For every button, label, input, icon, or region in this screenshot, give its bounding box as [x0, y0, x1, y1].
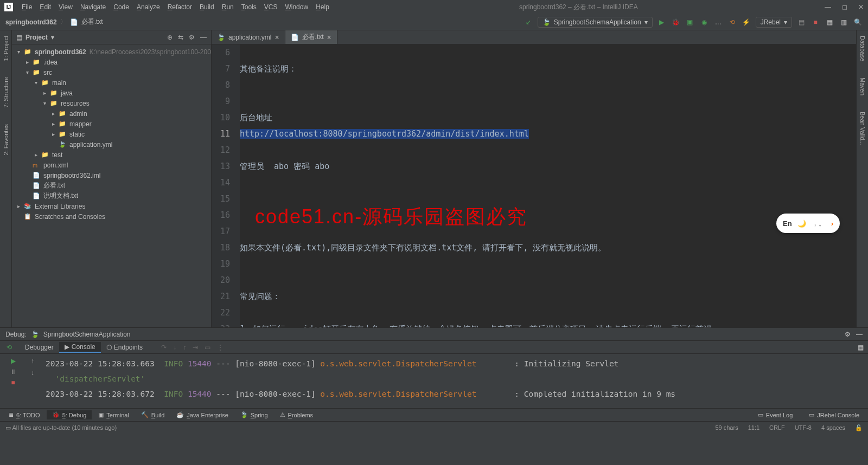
bottom-tab-java-enterprise[interactable]: ☕Java Enterprise	[171, 410, 233, 419]
status-indicator[interactable]: 11:1	[748, 424, 760, 431]
gear-icon[interactable]: ⚙	[189, 34, 195, 41]
tree-src[interactable]: ▾📁src	[14, 67, 211, 78]
run-icon[interactable]: ▶	[657, 17, 667, 27]
menu-tools[interactable]: Tools	[238, 2, 260, 12]
restart-icon[interactable]: ⟲	[727, 17, 737, 27]
menu-run[interactable]: Run	[219, 2, 237, 12]
menu-navigate[interactable]: Navigate	[77, 2, 109, 12]
bottom-tab-jrebel-console[interactable]: ▭JRebel Console	[803, 410, 865, 419]
editor-body[interactable]: 67891011121314151617181920212223 其他备注说明：…	[212, 44, 856, 327]
build-icon[interactable]: ↙	[524, 17, 533, 27]
left-tool-7-structure[interactable]: 7: Structure	[3, 77, 9, 108]
tree-scratches[interactable]: 📋Scratches and Consoles	[14, 211, 211, 222]
tree-main[interactable]: ▾📁main	[14, 78, 211, 88]
menu-build[interactable]: Build	[196, 2, 218, 12]
gear-icon[interactable]: ⚙	[845, 331, 851, 338]
chevron-down-icon[interactable]: ▾	[51, 34, 54, 41]
editor-tab--txt[interactable]: 📄必看.txt×	[285, 30, 337, 44]
step-out-icon[interactable]: ↑	[183, 344, 186, 351]
debug-tab-console[interactable]: ▶Console	[59, 342, 101, 353]
status-indicator[interactable]: UTF-8	[795, 424, 812, 431]
pause-icon[interactable]: ⏸	[10, 368, 16, 376]
bottom-tab-terminal[interactable]: ▣Terminal	[93, 410, 135, 419]
ime-lang[interactable]: En	[783, 219, 792, 228]
menu-file[interactable]: File	[18, 2, 35, 12]
menu-vcs[interactable]: VCS	[261, 2, 281, 12]
menu-code[interactable]: Code	[110, 2, 132, 12]
status-indicator[interactable]: 59 chars	[715, 424, 738, 431]
menu-window[interactable]: Window	[282, 2, 311, 12]
maximize-icon[interactable]: ◻	[842, 3, 847, 11]
tree-shuoming[interactable]: 📄说明文档.txt	[14, 191, 211, 201]
run-to-cursor-icon[interactable]: ⇥	[193, 344, 198, 351]
debug-config-name[interactable]: SpringbootSchemaApplication	[43, 331, 131, 338]
debug-tab-debugger[interactable]: Debugger	[20, 342, 59, 353]
bottom-tab-6-todo[interactable]: ≣6: TODO	[3, 410, 46, 419]
console-output[interactable]: 2023-08-22 15:28:03.663 INFO 15440 --- […	[39, 354, 868, 408]
step-into-icon[interactable]: ↓	[173, 344, 176, 351]
coverage-icon[interactable]: ▣	[685, 17, 695, 27]
rerun-icon[interactable]: ⟲	[4, 343, 14, 352]
minimize-icon[interactable]: —	[825, 3, 831, 11]
menu-help[interactable]: Help	[312, 2, 333, 12]
tree-pom[interactable]: mpom.xml	[14, 160, 211, 170]
breadcrumb-file[interactable]: 必看.txt	[81, 17, 103, 27]
menu-refactor[interactable]: Refactor	[164, 2, 195, 12]
tree-extlib[interactable]: ▸📚External Libraries	[14, 201, 211, 211]
bottom-tab-problems[interactable]: ⚠Problems	[275, 410, 318, 419]
tree-appyml[interactable]: 🍃application.yml	[14, 139, 211, 150]
right-tool-maven[interactable]: Maven	[859, 78, 866, 95]
tree-test[interactable]: ▸📁test	[14, 150, 211, 160]
right-tool-database[interactable]: Database	[859, 36, 866, 61]
tree-mapper[interactable]: ▸📁mapper	[14, 119, 211, 129]
run-config-dropdown[interactable]: 🍃 SpringbootSchemaApplication ▾	[538, 17, 653, 28]
breadcrumb-root[interactable]: springbootrd362	[5, 18, 57, 26]
layout-icon[interactable]: ▦	[858, 344, 864, 351]
bottom-tab-event-log[interactable]: ▭Event Log	[752, 410, 799, 419]
status-indicator[interactable]: 4 spaces	[821, 424, 845, 431]
resume-icon[interactable]: ▶	[11, 357, 16, 365]
tree-idea[interactable]: ▸📁.idea	[14, 57, 211, 67]
status-indicator[interactable]: CRLF	[769, 424, 785, 431]
bottom-tab-build[interactable]: 🔨Build	[136, 410, 170, 419]
moon-icon[interactable]: 🌙	[797, 219, 806, 228]
editor-tab-application-yml[interactable]: 🍃application.yml×	[212, 30, 285, 44]
down-arrow-icon[interactable]: ↓	[31, 369, 34, 377]
ime-floating-bar[interactable]: En 🌙 ，。 ›	[776, 214, 840, 233]
jrebel-run-icon[interactable]: ⚡	[742, 17, 751, 27]
tree-resources[interactable]: ▾📁resources	[14, 98, 211, 108]
jrebel-dropdown[interactable]: JRebel ▾	[756, 17, 792, 28]
stop-debug-icon[interactable]: ■	[11, 379, 15, 386]
tree-root[interactable]: ▾📁springbootrd362K:\needProccess\2023\sp…	[14, 47, 211, 57]
debug-icon[interactable]: 🐞	[671, 17, 681, 27]
evaluate-icon[interactable]: ▭	[205, 344, 210, 351]
tree-static[interactable]: ▸📁static	[14, 129, 211, 139]
right-tool-bean-valid-[interactable]: Bean Valid...	[859, 112, 866, 145]
bottom-tab-5-debug[interactable]: 🐞5: Debug	[47, 410, 92, 419]
up-arrow-icon[interactable]: ↑	[31, 357, 34, 365]
tab-close-icon[interactable]: ×	[327, 33, 331, 42]
tree-admin[interactable]: ▸📁admin	[14, 108, 211, 119]
tree-bikan[interactable]: 📄必看.txt	[14, 180, 211, 191]
project-header-label[interactable]: Project	[25, 34, 48, 41]
ime-punct[interactable]: ，。	[812, 218, 826, 228]
left-tool-1-project[interactable]: 1: Project	[3, 36, 9, 61]
project-tree[interactable]: ▾📁springbootrd362K:\needProccess\2023\sp…	[12, 44, 211, 327]
left-tool-2-favorites[interactable]: 2: Favorites	[3, 124, 9, 155]
editor-code[interactable]: 其他备注说明： 后台地址http://localhost:8080/spring…	[240, 44, 856, 327]
tab-close-icon[interactable]: ×	[275, 33, 279, 42]
menu-view[interactable]: View	[55, 2, 76, 12]
menu-edit[interactable]: Edit	[36, 2, 54, 12]
debug-tab-endpoints[interactable]: ⬡Endpoints	[101, 342, 148, 353]
more-icon[interactable]: ⋮	[217, 344, 224, 351]
bottom-tab-spring[interactable]: 🍃Spring	[235, 410, 273, 419]
profile-icon[interactable]: ◉	[699, 17, 709, 27]
menu-analyze[interactable]: Analyze	[133, 2, 163, 12]
search-icon[interactable]: 🔍	[853, 17, 863, 27]
hide-icon[interactable]: —	[200, 34, 207, 41]
tree-java[interactable]: ▸📁java	[14, 88, 211, 98]
tree-iml[interactable]: 📄springbootrd362.iml	[14, 170, 211, 180]
target-icon[interactable]: ⊕	[167, 34, 173, 41]
lock-icon[interactable]: 🔓	[855, 424, 863, 431]
attach-icon[interactable]: …	[713, 17, 723, 27]
